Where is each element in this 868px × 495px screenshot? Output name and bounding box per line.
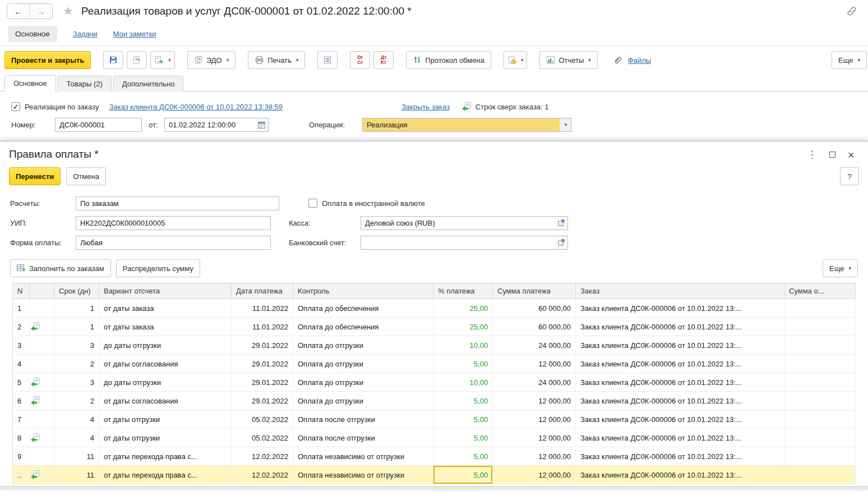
payment-amount-cell[interactable]: 12 000,00 bbox=[493, 355, 576, 373]
column-header[interactable]: % платежа bbox=[433, 283, 493, 299]
row-number-cell[interactable]: .. bbox=[13, 466, 30, 484]
count-variant-cell[interactable]: от даты заказа bbox=[99, 299, 232, 318]
cancel-button[interactable]: Отмена bbox=[66, 167, 106, 185]
help-button[interactable]: ? bbox=[840, 167, 859, 185]
dialog-menu-icon[interactable]: ⋮ bbox=[807, 150, 817, 159]
column-header[interactable] bbox=[30, 283, 54, 299]
payment-amount-cell[interactable]: 12 000,00 bbox=[493, 429, 576, 447]
control-cell[interactable]: Оплата до обеспечения bbox=[293, 318, 433, 336]
payment-percent-cell[interactable]: 25,00 bbox=[433, 318, 493, 336]
tab-extra[interactable]: Дополнительно bbox=[113, 76, 184, 91]
payment-date-cell[interactable]: 29.01.2022 bbox=[232, 336, 293, 355]
count-variant-cell[interactable]: от даты отгрузки bbox=[99, 429, 232, 447]
column-header[interactable]: Дата платежа bbox=[232, 283, 293, 299]
link-copy-icon[interactable] bbox=[846, 5, 858, 17]
drcr-button[interactable]: DrCr bbox=[350, 51, 370, 69]
control-cell[interactable]: Оплата после отгрузки bbox=[293, 410, 433, 429]
foreign-currency-checkbox[interactable] bbox=[308, 199, 317, 208]
calc-input[interactable] bbox=[76, 196, 279, 210]
table-more-button[interactable]: Еще ▾ bbox=[823, 259, 858, 277]
count-variant-cell[interactable]: от даты отгрузки bbox=[99, 410, 232, 429]
reports-button[interactable]: Отчеты ▾ bbox=[539, 51, 597, 69]
count-variant-cell[interactable]: до даты отгрузки bbox=[99, 336, 232, 355]
count-variant-cell[interactable]: от даты согласования bbox=[99, 392, 232, 410]
fill-by-orders-button[interactable]: Заполнить по заказам bbox=[10, 259, 111, 277]
payment-row[interactable]: 21от даты заказа11.01.2022Оплата до обес… bbox=[13, 318, 856, 336]
row-number-cell[interactable]: 2 bbox=[13, 318, 30, 336]
row-marker-cell[interactable] bbox=[30, 336, 54, 355]
control-cell[interactable]: Оплата до отгрузки bbox=[293, 392, 433, 410]
edo-button[interactable]: ЭДО ▾ bbox=[187, 51, 236, 69]
column-header[interactable]: N bbox=[13, 283, 30, 299]
forward-button[interactable]: → bbox=[30, 4, 52, 19]
bank-account-input[interactable] bbox=[361, 236, 555, 250]
payment-amount-cell[interactable]: 12 000,00 bbox=[493, 466, 576, 484]
control-cell[interactable]: Оплата до обеспечения bbox=[293, 299, 433, 318]
payment-percent-cell[interactable]: 5,00 bbox=[433, 429, 493, 447]
payment-percent-cell[interactable]: 5,00 bbox=[433, 392, 493, 410]
nav-notes-link[interactable]: Мои заметки bbox=[113, 30, 156, 38]
column-header[interactable]: Сумма платежа bbox=[493, 283, 576, 299]
dialog-close-icon[interactable]: × bbox=[848, 149, 855, 161]
payment-amount-cell[interactable]: 60 000,00 bbox=[493, 299, 576, 318]
row-marker-cell[interactable] bbox=[30, 373, 54, 392]
amount-total-cell[interactable] bbox=[784, 355, 856, 373]
calendar-button[interactable] bbox=[255, 118, 269, 132]
journal-button[interactable]: ▾ bbox=[504, 51, 528, 69]
print-button[interactable]: Печать ▾ bbox=[248, 51, 305, 69]
count-variant-cell[interactable]: от даты перехода права с... bbox=[99, 466, 232, 484]
row-number-cell[interactable]: 4 bbox=[13, 355, 30, 373]
row-marker-cell[interactable] bbox=[30, 318, 54, 336]
payment-date-cell[interactable]: 11.01.2022 bbox=[232, 299, 293, 318]
operation-dropdown-button[interactable]: ▾ bbox=[560, 118, 571, 132]
amount-total-cell[interactable] bbox=[784, 447, 856, 466]
amount-total-cell[interactable] bbox=[784, 429, 856, 447]
payment-row[interactable]: 84от даты отгрузки05.02.2022Оплата после… bbox=[13, 429, 856, 447]
column-header[interactable]: Заказ bbox=[576, 283, 784, 299]
term-days-cell[interactable]: 2 bbox=[54, 392, 99, 410]
amount-total-cell[interactable] bbox=[784, 410, 856, 429]
payment-row[interactable]: ..11от даты перехода права с...12.02.202… bbox=[13, 466, 856, 484]
dtkt-button[interactable]: ДтКт bbox=[373, 51, 394, 69]
payment-date-cell[interactable]: 29.01.2022 bbox=[232, 355, 293, 373]
amount-total-cell[interactable] bbox=[784, 466, 856, 484]
payment-row[interactable]: 33до даты отгрузки29.01.2022Оплата до от… bbox=[13, 336, 856, 355]
control-cell[interactable]: Оплата до отгрузки bbox=[293, 336, 433, 355]
horizontal-scrollbar[interactable] bbox=[0, 486, 868, 490]
column-header[interactable]: Вариант отсчета bbox=[99, 283, 232, 299]
term-days-cell[interactable]: 1 bbox=[54, 299, 99, 318]
payment-row[interactable]: 11от даты заказа11.01.2022Оплата до обес… bbox=[13, 299, 856, 318]
control-cell[interactable]: Оплата после отгрузки bbox=[293, 429, 433, 447]
payment-percent-cell[interactable]: 5,00 bbox=[433, 410, 493, 429]
term-days-cell[interactable]: 1 bbox=[54, 318, 99, 336]
payment-amount-cell[interactable]: 12 000,00 bbox=[493, 447, 576, 466]
tab-goods[interactable]: Товары (2) bbox=[58, 76, 112, 91]
column-header[interactable]: Срок (дн) bbox=[54, 283, 99, 299]
amount-total-cell[interactable] bbox=[784, 373, 856, 392]
favorite-star-icon[interactable]: ★ bbox=[63, 4, 73, 18]
row-number-cell[interactable]: 8 bbox=[13, 429, 30, 447]
order-cell[interactable]: Заказ клиента ДС0К-000006 от 10.01.2022 … bbox=[576, 336, 784, 355]
order-cell[interactable]: Заказ клиента ДС0К-000006 от 10.01.2022 … bbox=[576, 392, 784, 410]
payment-percent-cell[interactable]: 5,00 bbox=[433, 355, 493, 373]
files-link[interactable]: Файлы bbox=[628, 56, 651, 65]
order-link[interactable]: Заказ клиента ДС0К-000006 от 10.01.2022 … bbox=[109, 103, 283, 111]
order-cell[interactable]: Заказ клиента ДС0К-000006 от 10.01.2022 … bbox=[576, 429, 784, 447]
payment-date-cell[interactable]: 05.02.2022 bbox=[232, 410, 293, 429]
term-days-cell[interactable]: 11 bbox=[54, 447, 99, 466]
create-based-on-button[interactable]: ▾ bbox=[150, 51, 175, 69]
count-variant-cell[interactable]: от даты заказа bbox=[99, 318, 232, 336]
order-cell[interactable]: Заказ клиента ДС0К-000006 от 10.01.2022 … bbox=[576, 466, 784, 484]
payment-row[interactable]: 53до даты отгрузки29.01.2022Оплата до от… bbox=[13, 373, 856, 392]
row-number-cell[interactable]: 5 bbox=[13, 373, 30, 392]
payment-date-cell[interactable]: 11.01.2022 bbox=[232, 318, 293, 336]
payment-date-cell[interactable]: 05.02.2022 bbox=[232, 429, 293, 447]
nav-tasks-link[interactable]: Задачи bbox=[73, 30, 98, 38]
control-cell[interactable]: Оплата до отгрузки bbox=[293, 355, 433, 373]
term-days-cell[interactable]: 11 bbox=[54, 466, 99, 484]
amount-total-cell[interactable] bbox=[784, 299, 856, 318]
row-marker-cell[interactable] bbox=[30, 429, 54, 447]
close-order-link[interactable]: Закрыть заказ bbox=[401, 103, 450, 111]
register-records-button[interactable] bbox=[317, 51, 338, 69]
row-number-cell[interactable]: 7 bbox=[13, 410, 30, 429]
